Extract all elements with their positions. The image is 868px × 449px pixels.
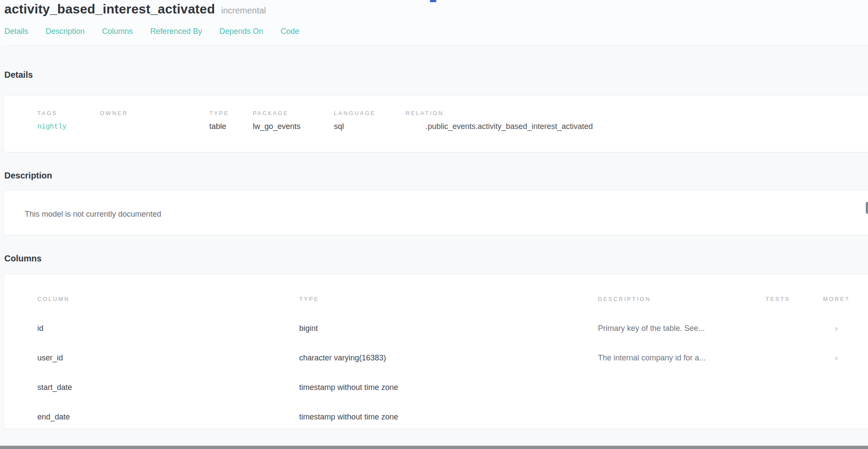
field-value-type: table [209,122,253,131]
field-owner: OWNER [100,110,209,131]
header-divider [4,46,868,46]
description-section-heading: Description [0,171,868,181]
header-more: MORE? [817,296,856,302]
cell-type: bigint [299,324,598,333]
tab-columns[interactable]: Columns [102,27,133,36]
field-label-relation: RELATION [406,110,868,116]
field-label-owner: OWNER [100,110,209,116]
details-fields: TAGS nightly OWNER TYPE table PACKAGE lw… [37,110,868,131]
columns-card: COLUMN TYPE DESCRIPTION TESTS MORE? id b… [3,274,868,429]
field-value-package: lw_go_events [253,122,334,131]
table-row[interactable]: start_date timestamp without time zone [4,373,868,402]
materialization-badge: incremental [221,6,266,16]
title-row: activity_based_interest_activated increm… [4,2,868,17]
details-section-heading: Details [0,70,868,80]
header-column: COLUMN [37,296,299,302]
chevron-right-icon[interactable]: › [817,353,856,363]
field-label-package: PACKAGE [253,110,334,116]
cell-column-name: id [37,324,299,333]
field-tags: TAGS nightly [37,110,100,131]
clipped-edit-button[interactable] [866,202,868,214]
horizontal-scrollbar[interactable] [0,446,868,449]
cell-type: timestamp without time zone [299,383,598,392]
table-row[interactable]: user_id character varying(16383) The int… [4,343,868,373]
field-package: PACKAGE lw_go_events [253,110,334,131]
tab-depends-on[interactable]: Depends On [219,27,263,36]
field-label-type: TYPE [209,110,253,116]
columns-table-header: COLUMN TYPE DESCRIPTION TESTS MORE? [4,296,868,302]
tab-bar: Details Description Columns Referenced B… [4,27,868,46]
columns-table-body: id bigint Primary key of the table. See.… [4,314,868,429]
page-title: activity_based_interest_activated [4,2,215,17]
field-label-tags: TAGS [37,110,100,116]
description-text: This model is not currently documented [25,210,161,218]
field-value-language: sql [334,122,406,131]
tab-code[interactable]: Code [281,27,299,36]
description-card: This model is not currently documented [3,190,868,235]
tab-referenced-by[interactable]: Referenced By [150,27,202,36]
cell-type: character varying(16383) [299,353,598,363]
cell-description: The internal company id for a... [598,353,766,363]
columns-section-heading: Columns [0,254,868,264]
cell-type: timestamp without time zone [299,413,598,422]
table-row[interactable]: end_date timestamp without time zone [4,402,868,429]
details-card: TAGS nightly OWNER TYPE table PACKAGE lw… [3,95,868,152]
field-type: TYPE table [209,110,253,131]
field-label-language: LANGUAGE [334,110,406,116]
tab-description[interactable]: Description [46,27,85,36]
chevron-right-icon[interactable]: › [817,324,856,333]
cell-column-name: end_date [37,413,299,422]
tab-details[interactable]: Details [4,27,28,36]
cell-description: Primary key of the table. See... [598,324,766,333]
field-value-relation: .public_events.activity_based_interest_a… [406,122,868,131]
header-description: DESCRIPTION [598,296,766,302]
cell-column-name: user_id [37,353,299,363]
clipped-link-icon [430,0,436,2]
page-header: activity_based_interest_activated increm… [0,0,868,46]
header-type: TYPE [299,296,598,302]
field-relation: RELATION .public_events.activity_based_i… [406,110,868,131]
cell-column-name: start_date [37,383,299,392]
header-tests: TESTS [766,296,817,302]
tag-link-nightly[interactable]: nightly [37,123,100,131]
table-row[interactable]: id bigint Primary key of the table. See.… [4,314,868,343]
field-language: LANGUAGE sql [334,110,406,131]
